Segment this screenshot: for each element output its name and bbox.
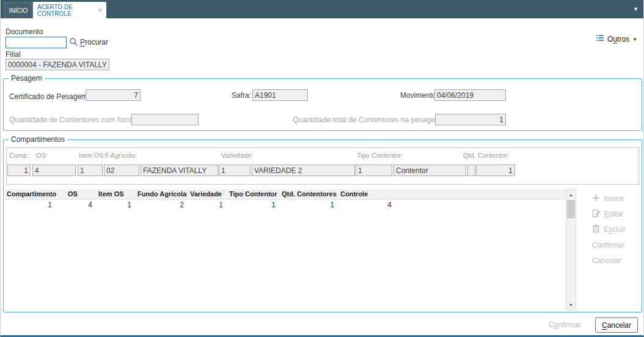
variedade-desc-input [252, 165, 355, 176]
chevron-down-icon[interactable]: ▼ [633, 6, 639, 12]
column-header-tipo-contentor[interactable]: Tipo Contentor [227, 189, 279, 199]
item-os-label: Item OS: [79, 152, 105, 159]
safra-label: Safra: [232, 91, 251, 100]
os-input [32, 165, 76, 176]
qtd-contentor-aux-input [467, 165, 475, 176]
inserir-button[interactable]: Inserir [592, 193, 624, 204]
tab-inicio-label: INÍCIO [9, 7, 28, 14]
tipo-contentor-desc-input [393, 165, 466, 176]
editar-label: Editar [604, 210, 623, 218]
procurar-accel: P [80, 38, 85, 46]
cell-variedade: 1 [188, 199, 227, 210]
tipo-contentor-label: Tipo Contentor: [357, 152, 403, 159]
grid-table: Compartimento OS Item OS Fundo Agrícola … [4, 189, 566, 210]
outros-button[interactable]: Outros ▼ [596, 34, 637, 45]
procurar-link[interactable]: Procurar [80, 38, 108, 46]
certificado-input [86, 89, 141, 101]
table-row[interactable]: 1 4 1 2 1 1 1 4 [4, 199, 566, 210]
cancelar-label: Cancelar [602, 321, 631, 330]
confirmar-button[interactable]: Confirmar [549, 320, 581, 329]
grid-confirmar-button[interactable]: Confirmar [592, 240, 624, 251]
editar-button[interactable]: Editar [592, 209, 623, 220]
search-icon[interactable] [69, 37, 78, 49]
column-header-controle[interactable]: Controle [338, 189, 395, 199]
procurar-rest: rocurar [85, 38, 108, 46]
comp-input [7, 165, 31, 176]
forro-label: Quantidade de Contentores com forro: [9, 116, 134, 124]
cell-qtd-contentores: 1 [279, 199, 338, 210]
os-label: OS: [36, 152, 48, 159]
tab-acerto-de-controle[interactable]: ACERTO DE CONTROLE × [33, 2, 106, 18]
compartimentos-title: Compartimentos [9, 135, 67, 144]
filial-input [5, 59, 109, 70]
f-agricola-code-input [104, 165, 139, 176]
cell-controle: 4 [338, 199, 395, 210]
safra-input [252, 89, 308, 101]
f-agricola-label: F.Agrícola: [105, 152, 137, 159]
documento-label: Documento [5, 28, 43, 36]
column-header-fundo-agricola[interactable]: Fundo Agrícola [135, 189, 188, 199]
tab-acerto-label: ACERTO DE CONTROLE [37, 4, 98, 17]
grid-confirmar-label: Confirmar [592, 241, 624, 250]
grid-header-row: Compartimento OS Item OS Fundo Agrícola … [4, 189, 566, 199]
plus-icon [592, 194, 600, 204]
comp-label: Comp.: [9, 152, 31, 159]
compartimentos-grid: Compartimento OS Item OS Fundo Agrícola … [4, 189, 576, 310]
outros-label: Outros [607, 35, 629, 43]
forro-input [131, 114, 199, 125]
excluir-button[interactable]: Excluir [592, 224, 626, 235]
scroll-down-icon[interactable]: ▼ [566, 300, 576, 309]
column-header-qtd-contentores[interactable]: Qtd. Contentores [279, 189, 338, 199]
movimento-label: Movimento: [400, 91, 438, 100]
certificado-label: Certificado de Pesagem:* [9, 91, 92, 101]
cancelar-button[interactable]: Cancelar [595, 317, 638, 333]
item-os-input [78, 165, 103, 176]
excluir-label: Excluir [604, 225, 626, 234]
cell-fundo-agricola: 2 [135, 199, 188, 210]
column-header-os[interactable]: OS [65, 189, 96, 199]
column-header-filler [395, 189, 566, 199]
variedade-code-input [219, 165, 251, 176]
footer-separator [1, 316, 643, 317]
f-agricola-desc-input [141, 165, 218, 176]
qtd-contentor-label: Qtd. Contentor: [463, 152, 509, 159]
column-header-item-os[interactable]: Item OS [96, 189, 135, 199]
cell-os: 4 [65, 199, 96, 210]
pesagem-title: Pesagem [9, 74, 45, 83]
movimento-input [434, 89, 506, 101]
list-icon [596, 34, 604, 45]
grid-cancelar-button[interactable]: Cancelar [592, 255, 621, 266]
scrollbar-thumb[interactable] [567, 200, 575, 218]
cell-filler [395, 199, 566, 210]
scroll-up-icon[interactable]: ▲ [566, 190, 576, 199]
app-window: INÍCIO ACERTO DE CONTROLE × ▼ Documento … [0, 0, 644, 337]
tipo-contentor-code-input [356, 165, 392, 176]
chevron-down-icon: ▼ [632, 37, 637, 42]
total-contentores-input [435, 114, 506, 125]
filial-label: Filial [5, 50, 21, 59]
trash-icon [592, 224, 600, 235]
cell-tipo-contentor: 1 [227, 199, 279, 210]
column-header-variedade[interactable]: Variedade [188, 189, 227, 199]
edit-icon [592, 209, 601, 220]
total-contentores-label: Quantidade total de Contentores na pesag… [293, 116, 443, 124]
qtd-contentor-input [476, 165, 515, 176]
tab-inicio[interactable]: INÍCIO [4, 2, 32, 18]
documento-input[interactable] [5, 37, 67, 48]
cell-compartimento: 1 [4, 199, 65, 210]
tab-close-icon[interactable]: × [98, 7, 102, 14]
column-header-compartimento[interactable]: Compartimento [4, 189, 65, 199]
vertical-scrollbar[interactable]: ▲ ▼ [566, 189, 576, 310]
variedade-label: Variedade: [221, 152, 253, 159]
grid-cancelar-label: Cancelar [592, 256, 621, 265]
tab-bar: INÍCIO ACERTO DE CONTROLE × ▼ [1, 0, 643, 18]
inserir-label: Inserir [604, 194, 624, 203]
cell-item-os: 1 [96, 199, 135, 210]
